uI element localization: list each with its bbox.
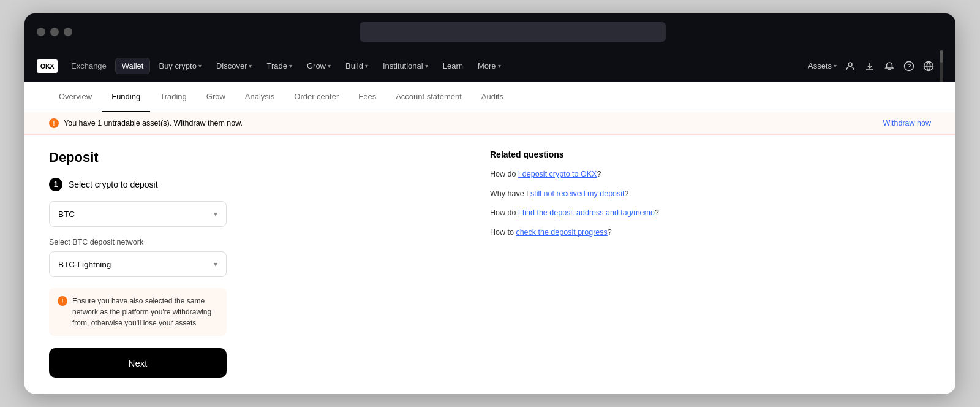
- buy-crypto-chevron: ▾: [198, 63, 202, 69]
- close-button[interactable]: [37, 28, 45, 36]
- nav-bar: OKX Exchange Wallet Buy crypto ▾ Discove…: [24, 50, 956, 82]
- alert-icon: !: [49, 118, 59, 128]
- alert-content: ! You have 1 untradable asset(s). Withdr…: [49, 118, 243, 128]
- institutional-chevron: ▾: [425, 63, 428, 69]
- next-button[interactable]: Next: [49, 348, 227, 378]
- nav-grow-label: Grow: [307, 61, 326, 70]
- page-body: Deposit 1 Select crypto to deposit BTC ▾…: [24, 135, 956, 394]
- nav-right: Assets ▾: [808, 60, 935, 72]
- network-label: Select BTC deposit network: [49, 238, 466, 246]
- maximize-button[interactable]: [64, 28, 72, 36]
- help-icon[interactable]: [903, 60, 915, 72]
- nav-learn-label: Learn: [443, 61, 463, 70]
- nav-learn[interactable]: Learn: [437, 58, 469, 74]
- network-chevron-icon: ▾: [214, 260, 217, 268]
- related-link-2-text: Why have I still not received my deposit…: [490, 189, 629, 198]
- step1-header: 1 Select crypto to deposit: [49, 178, 466, 191]
- download-icon[interactable]: [864, 60, 876, 72]
- tab-account-statement[interactable]: Account statement: [386, 82, 472, 112]
- user-icon[interactable]: [844, 60, 856, 72]
- nav-discover[interactable]: Discover ▾: [210, 58, 258, 74]
- tab-fees[interactable]: Fees: [349, 82, 386, 112]
- deposit-section: Deposit 1 Select crypto to deposit BTC ▾…: [49, 150, 466, 394]
- warning-text: Ensure you have also selected the same n…: [72, 295, 218, 329]
- warning-icon: !: [58, 296, 67, 306]
- nav-institutional-label: Institutional: [383, 61, 423, 70]
- related-link-1[interactable]: How do I deposit crypto to OKX?: [490, 169, 662, 180]
- discover-chevron: ▾: [249, 63, 252, 69]
- withdraw-now-link[interactable]: Withdraw now: [883, 119, 932, 127]
- crypto-value: BTC: [58, 210, 75, 219]
- nav-more-label: More: [478, 61, 496, 70]
- related-questions-section: Related questions How do I deposit crypt…: [490, 150, 662, 394]
- grow-chevron: ▾: [328, 63, 331, 69]
- logo-text: OKX: [40, 63, 54, 70]
- nav-discover-label: Discover: [216, 61, 247, 70]
- svg-point-0: [848, 63, 852, 66]
- page-title: Deposit: [49, 150, 466, 165]
- tab-order-center[interactable]: Order center: [284, 82, 349, 112]
- nav-build-label: Build: [345, 61, 363, 70]
- step1-badge: 1: [49, 178, 62, 191]
- scrollbar-track[interactable]: [940, 50, 943, 82]
- tab-overview[interactable]: Overview: [49, 82, 102, 112]
- more-chevron: ▾: [498, 63, 501, 69]
- globe-icon[interactable]: [922, 60, 935, 72]
- sub-nav: Overview Funding Trading Grow Analysis O…: [24, 82, 956, 112]
- step2-header: 2 Deposit details: [49, 390, 466, 394]
- bell-icon[interactable]: [883, 60, 895, 72]
- related-link-1-text: How do I deposit crypto to OKX?: [490, 170, 601, 178]
- logo-box: OKX: [37, 59, 58, 73]
- nav-buy-crypto[interactable]: Buy crypto ▾: [153, 58, 207, 74]
- nav-trade-label: Trade: [266, 61, 287, 70]
- title-bar: [24, 13, 956, 50]
- minimize-button[interactable]: [50, 28, 59, 36]
- tab-funding[interactable]: Funding: [102, 82, 150, 112]
- content-inner: Overview Funding Trading Grow Analysis O…: [24, 82, 956, 394]
- nav-buy-crypto-label: Buy crypto: [159, 61, 196, 70]
- address-bar[interactable]: [360, 22, 666, 42]
- related-link-3[interactable]: How do I find the deposit address and ta…: [490, 208, 662, 219]
- nav-trade[interactable]: Trade ▾: [260, 58, 298, 74]
- okx-logo[interactable]: OKX: [37, 59, 58, 73]
- tab-audits[interactable]: Audits: [472, 82, 513, 112]
- related-link-2[interactable]: Why have I still not received my deposit…: [490, 189, 662, 200]
- tab-trading[interactable]: Trading: [150, 82, 197, 112]
- nav-more[interactable]: More ▾: [472, 58, 507, 74]
- main-content: Overview Funding Trading Grow Analysis O…: [24, 82, 956, 394]
- traffic-lights: [37, 28, 72, 36]
- crypto-chevron-icon: ▾: [214, 210, 217, 218]
- tab-grow[interactable]: Grow: [197, 82, 235, 112]
- build-chevron: ▾: [365, 63, 368, 69]
- network-select[interactable]: BTC-Lightning ▾: [49, 251, 227, 277]
- crypto-select[interactable]: BTC ▾: [49, 201, 227, 227]
- nav-institutional[interactable]: Institutional ▾: [377, 58, 434, 74]
- related-link-4[interactable]: How to check the deposit progress?: [490, 227, 662, 238]
- alert-text: You have 1 untradable asset(s). Withdraw…: [64, 119, 243, 127]
- assets-chevron: ▾: [834, 63, 837, 69]
- nav-grow[interactable]: Grow ▾: [301, 58, 337, 74]
- alert-banner: ! You have 1 untradable asset(s). Withdr…: [24, 112, 956, 135]
- related-link-3-text: How do I find the deposit address and ta…: [490, 208, 659, 217]
- assets-label: Assets: [808, 61, 832, 70]
- network-value: BTC-Lightning: [58, 260, 111, 269]
- related-questions-title: Related questions: [490, 150, 662, 159]
- wallet-tab[interactable]: Wallet: [115, 58, 151, 74]
- related-link-4-text: How to check the deposit progress?: [490, 228, 612, 237]
- warning-box: ! Ensure you have also selected the same…: [49, 288, 227, 336]
- step1-title: Select crypto to deposit: [69, 180, 158, 189]
- tab-analysis[interactable]: Analysis: [235, 82, 284, 112]
- scrollbar-thumb[interactable]: [940, 50, 943, 63]
- assets-button[interactable]: Assets ▾: [808, 61, 837, 70]
- trade-chevron: ▾: [289, 63, 292, 69]
- browser-window: OKX Exchange Wallet Buy crypto ▾ Discove…: [24, 13, 956, 394]
- exchange-tab[interactable]: Exchange: [65, 58, 113, 74]
- nav-build[interactable]: Build ▾: [339, 58, 374, 74]
